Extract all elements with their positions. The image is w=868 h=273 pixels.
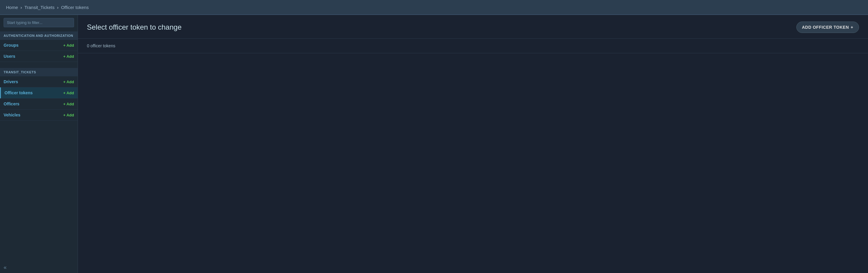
content-body bbox=[78, 53, 868, 273]
sidebar-item-officer-tokens-label: Officer tokens bbox=[4, 91, 33, 95]
sidebar-item-users-add[interactable]: + Add bbox=[63, 54, 74, 59]
add-officer-token-label: ADD OFFICER TOKEN bbox=[802, 25, 849, 30]
sidebar-spacer-1 bbox=[0, 62, 78, 67]
sidebar-filter bbox=[0, 15, 78, 30]
sidebar-section-transit: TRANSIT_TICKETS bbox=[0, 68, 78, 76]
breadcrumb-current: Officer tokens bbox=[61, 5, 89, 10]
sidebar-item-officer-tokens-add[interactable]: + Add bbox=[63, 91, 74, 95]
top-nav: Home › Transit_Tickets › Officer tokens bbox=[0, 0, 868, 15]
sidebar-item-users[interactable]: Users + Add bbox=[0, 51, 78, 62]
breadcrumb: Home › Transit_Tickets › Officer tokens bbox=[6, 5, 89, 10]
sidebar-item-groups[interactable]: Groups + Add bbox=[0, 40, 78, 51]
sidebar-item-officers-add[interactable]: + Add bbox=[63, 102, 74, 106]
add-officer-token-icon: + bbox=[850, 25, 853, 30]
sidebar-item-drivers-label: Drivers bbox=[4, 79, 18, 84]
sidebar-item-officers[interactable]: Officers + Add bbox=[0, 99, 78, 109]
sidebar-item-vehicles[interactable]: Vehicles + Add bbox=[0, 109, 78, 121]
officer-token-count: 0 officer tokens bbox=[78, 39, 868, 53]
sidebar-section-auth: AUTHENTICATION AND AUTHORIZATION bbox=[0, 31, 78, 40]
sidebar-item-officers-label: Officers bbox=[4, 101, 20, 106]
filter-input[interactable] bbox=[4, 18, 74, 27]
sidebar-item-users-label: Users bbox=[4, 54, 15, 59]
sidebar-item-groups-label: Groups bbox=[4, 43, 19, 47]
sidebar-item-drivers[interactable]: Drivers + Add bbox=[0, 76, 78, 88]
sidebar-item-vehicles-add[interactable]: + Add bbox=[63, 113, 74, 117]
content-area: Select officer token to change ADD OFFIC… bbox=[78, 15, 868, 273]
add-officer-token-button[interactable]: ADD OFFICER TOKEN + bbox=[796, 22, 859, 33]
sidebar-item-drivers-add[interactable]: + Add bbox=[63, 80, 74, 84]
breadcrumb-home[interactable]: Home bbox=[6, 5, 18, 10]
breadcrumb-transit[interactable]: Transit_Tickets bbox=[24, 5, 55, 10]
sidebar-item-groups-add[interactable]: + Add bbox=[63, 43, 74, 47]
page-title: Select officer token to change bbox=[87, 23, 182, 31]
sidebar-collapse-button[interactable]: « bbox=[0, 262, 78, 273]
content-header: Select officer token to change ADD OFFIC… bbox=[78, 15, 868, 39]
main-layout: AUTHENTICATION AND AUTHORIZATION Groups … bbox=[0, 15, 868, 273]
sidebar: AUTHENTICATION AND AUTHORIZATION Groups … bbox=[0, 15, 78, 273]
sidebar-item-vehicles-label: Vehicles bbox=[4, 112, 20, 117]
sidebar-item-officer-tokens[interactable]: Officer tokens + Add bbox=[0, 88, 78, 99]
